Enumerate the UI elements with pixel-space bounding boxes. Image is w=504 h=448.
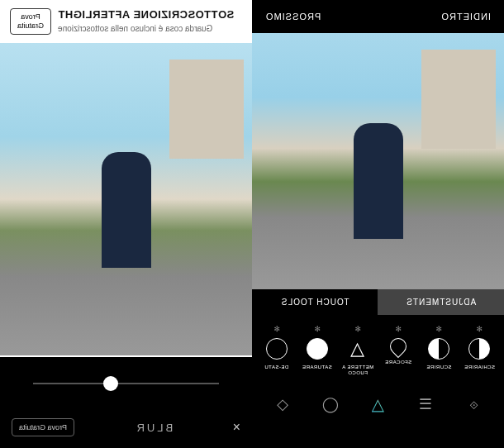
focus-icon: △ xyxy=(347,338,368,360)
blur-icon xyxy=(387,335,410,358)
tool-mettere-a-fuoco[interactable]: ✻ △ METTERE A FUOCO xyxy=(338,325,377,375)
gear-icon: ✻ xyxy=(314,325,321,333)
tool-scurire[interactable]: ✻ SCURIRE xyxy=(420,325,459,375)
blur-bottom-bar: × BLUR Prova Gratuita xyxy=(0,410,252,448)
editor-header: INDIETRO PROSSIMO xyxy=(252,0,504,33)
gear-icon: ✻ xyxy=(395,325,402,333)
gear-icon: ✻ xyxy=(476,325,483,333)
blur-slider-area xyxy=(0,357,252,410)
next-button[interactable]: PROSSIMO xyxy=(265,12,321,21)
close-icon[interactable]: × xyxy=(233,420,240,435)
adjustment-tools: ✻ SCHIARIRE ✻ SCURIRE ✻ SFOCARE ✻ △ METT… xyxy=(252,315,504,385)
circles-icon[interactable]: ◯ xyxy=(321,395,340,413)
trial-button-bottom[interactable]: Prova Gratuita xyxy=(12,418,74,436)
blur-controls: × BLUR Prova Gratuita xyxy=(0,357,252,448)
effect-label: BLUR xyxy=(135,422,174,434)
sliders-icon[interactable]: ☰ xyxy=(416,395,435,413)
tool-saturare[interactable]: ✻ SATURARE xyxy=(297,325,336,375)
gear-icon: ✻ xyxy=(354,325,361,333)
tool-desaturare[interactable]: ✻ DE-SATU xyxy=(257,325,296,375)
prism-icon[interactable]: △ xyxy=(369,395,388,413)
photo-preview[interactable] xyxy=(252,33,504,289)
desaturate-icon xyxy=(266,338,288,360)
saturate-icon xyxy=(307,338,328,360)
subscription-screen: Prova Gratuita SOTTOSCRIZIONE AFTERLIGHT… xyxy=(0,0,252,448)
tool-schiarire[interactable]: ✻ SCHIARIRE xyxy=(460,325,499,375)
crop-icon[interactable]: ⟐ xyxy=(464,395,483,413)
blur-slider[interactable] xyxy=(33,383,219,384)
subscription-header: Prova Gratuita SOTTOSCRIZIONE AFTERLIGHT… xyxy=(0,0,252,41)
back-button[interactable]: INDIETRO xyxy=(440,12,491,21)
blur-preview[interactable] xyxy=(0,43,252,355)
tool-tabs: ADJUSTMENTS TOUCH TOOLS xyxy=(252,289,504,315)
tab-adjustments[interactable]: ADJUSTMENTS xyxy=(378,289,505,315)
gear-icon: ✻ xyxy=(435,325,442,333)
subscription-subtitle: Guarda cosa é incluso nella sottoscrizio… xyxy=(58,24,242,33)
trial-button[interactable]: Prova Gratuita xyxy=(10,8,51,35)
slider-thumb[interactable] xyxy=(104,376,119,391)
tool-sfocare[interactable]: ✻ SFOCARE xyxy=(378,325,417,375)
darken-icon xyxy=(428,338,449,360)
gear-icon: ✻ xyxy=(273,325,280,333)
tab-touch-tools[interactable]: TOUCH TOOLS xyxy=(252,289,378,315)
layers-icon[interactable]: ◇ xyxy=(273,395,292,413)
subscription-title: SOTTOSCRIZIONE AFTERLIGHT xyxy=(58,8,242,21)
bottom-toolbar: ⟐ ☰ △ ◯ ◇ xyxy=(252,385,504,427)
brighten-icon xyxy=(468,338,490,360)
editor-screen: INDIETRO PROSSIMO ADJUSTMENTS TOUCH TOOL… xyxy=(252,0,504,448)
